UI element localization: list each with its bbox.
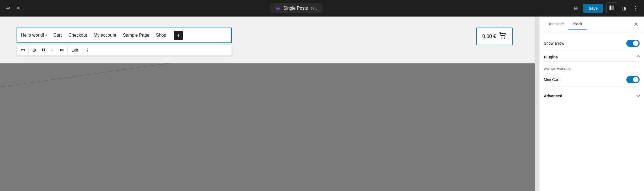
svg-rect-10: [44, 50, 45, 51]
tab-block[interactable]: Block: [568, 18, 587, 30]
mini-cart-row: Mini-Cart: [544, 73, 640, 87]
main-area: Hello world! ▾ Cart Checkout My account …: [0, 17, 644, 191]
undo-icon: ↩: [6, 5, 10, 11]
mini-cart-toggle[interactable]: [626, 76, 640, 83]
toolbar-center[interactable]: ⊞ Single Posts ⌘K: [270, 3, 323, 13]
plugins-title: Plugins: [544, 55, 558, 59]
block-type-button[interactable]: [18, 46, 27, 54]
contrast-button[interactable]: ◑: [620, 4, 628, 13]
arrows-tool-button[interactable]: ‹ ›: [49, 46, 55, 54]
desktop-icon: 🖥: [573, 6, 578, 11]
canvas-background: [0, 63, 535, 191]
canvas-diagonal-line: [0, 63, 535, 102]
circle-tool-button[interactable]: [30, 46, 39, 54]
toolbar-right: 🖥 Save ◑ ⋮: [571, 2, 640, 14]
grid-icon: [41, 48, 46, 52]
plugins-section: Plugins WOOCOMMERCE Mini-Cart: [544, 50, 640, 87]
arrows-icon: ‹ ›: [51, 48, 53, 52]
show-arrow-toggle[interactable]: [626, 40, 640, 47]
align-icon: [60, 48, 64, 52]
block-toolbar: ‹ › Edit ⋮: [17, 45, 232, 56]
sidebar-header: Template Block ✕: [539, 17, 644, 32]
cart-widget[interactable]: 0,00 €: [476, 28, 513, 45]
tab-template[interactable]: Template: [544, 18, 568, 30]
toolbar-left: ↩ ≡: [4, 4, 22, 13]
nav-item-my-account[interactable]: My account: [94, 33, 116, 38]
nav-item-shop[interactable]: Shop: [156, 33, 166, 38]
mini-cart-label: Mini-Cart: [544, 77, 560, 82]
scrollbar-area[interactable]: [535, 17, 539, 191]
show-arrow-label: Show arrow: [544, 41, 564, 45]
menu-button[interactable]: ≡: [15, 4, 22, 13]
page-title: Single Posts: [283, 6, 308, 11]
menu-icon: ≡: [17, 6, 20, 11]
nav-add-button[interactable]: +: [174, 31, 183, 40]
advanced-chevron-icon[interactable]: [637, 94, 640, 98]
nav-item-hello-world[interactable]: Hello world! ▾: [21, 33, 47, 38]
woocommerce-label: WOOCOMMERCE: [544, 64, 640, 73]
nav-item-cart[interactable]: Cart: [54, 33, 62, 38]
keyboard-shortcut: ⌘K: [311, 6, 317, 10]
circle-icon: [32, 48, 36, 52]
split-view-icon: [609, 5, 614, 12]
svg-rect-9: [42, 50, 43, 51]
sidebar-content: Show arrow Plugins WOOCOMMERCE Mini-Cart: [539, 32, 644, 191]
undo-button[interactable]: ↩: [4, 4, 12, 13]
block-type-icon: [21, 48, 25, 52]
contrast-icon: ◑: [622, 5, 626, 11]
more-block-options-button[interactable]: ⋮: [83, 46, 92, 54]
nav-block-container: Hello world! ▾ Cart Checkout My account …: [17, 28, 232, 56]
plugins-section-header: Plugins: [544, 50, 640, 62]
canvas-area: Hello world! ▾ Cart Checkout My account …: [0, 17, 535, 191]
svg-point-13: [501, 37, 502, 39]
more-options-button[interactable]: ⋮: [631, 4, 640, 13]
page-icon: ⊞: [276, 5, 281, 12]
advanced-title: Advanced: [544, 94, 562, 98]
svg-rect-12: [61, 49, 63, 51]
save-button[interactable]: Save: [583, 4, 603, 13]
svg-rect-1: [612, 6, 614, 10]
plugins-chevron-icon[interactable]: [637, 55, 640, 59]
toolbar-divider-1: [28, 47, 29, 53]
top-toolbar: ↩ ≡ ⊞ Single Posts ⌘K 🖥 Save ◑: [0, 0, 644, 17]
advanced-section: Advanced: [544, 89, 640, 100]
nav-block[interactable]: Hello world! ▾ Cart Checkout My account …: [17, 28, 232, 43]
right-sidebar: Template Block ✕ Show arrow Plugins: [539, 17, 644, 191]
grid-tool-button[interactable]: [39, 46, 48, 54]
align-tool-button[interactable]: [57, 46, 66, 54]
cart-price: 0,00 €: [482, 34, 496, 39]
more-block-icon: ⋮: [86, 48, 90, 53]
svg-point-14: [504, 37, 505, 39]
desktop-view-button[interactable]: 🖥: [571, 4, 580, 13]
split-view-button[interactable]: [606, 2, 617, 14]
svg-rect-8: [44, 49, 45, 50]
dropdown-arrow-icon: ▾: [45, 33, 47, 37]
more-icon: ⋮: [633, 5, 638, 11]
toolbar-divider-3: [67, 47, 68, 53]
nav-item-sample-page[interactable]: Sample Page: [123, 33, 149, 38]
sidebar-close-button[interactable]: ✕: [633, 20, 640, 29]
svg-rect-0: [610, 6, 611, 10]
toolbar-divider-2: [56, 47, 56, 53]
show-arrow-row: Show arrow: [544, 36, 640, 50]
toolbar-divider-4: [82, 47, 82, 53]
edit-button[interactable]: Edit: [69, 46, 81, 54]
nav-item-checkout[interactable]: Checkout: [68, 33, 87, 38]
sidebar-tabs: Template Block: [544, 18, 587, 30]
plugins-subsection: WOOCOMMERCE Mini-Cart: [544, 64, 640, 87]
close-icon: ✕: [634, 21, 638, 27]
svg-rect-7: [42, 49, 43, 50]
cart-icon: [499, 32, 507, 41]
page-title-area: ⊞ Single Posts ⌘K: [276, 5, 317, 12]
